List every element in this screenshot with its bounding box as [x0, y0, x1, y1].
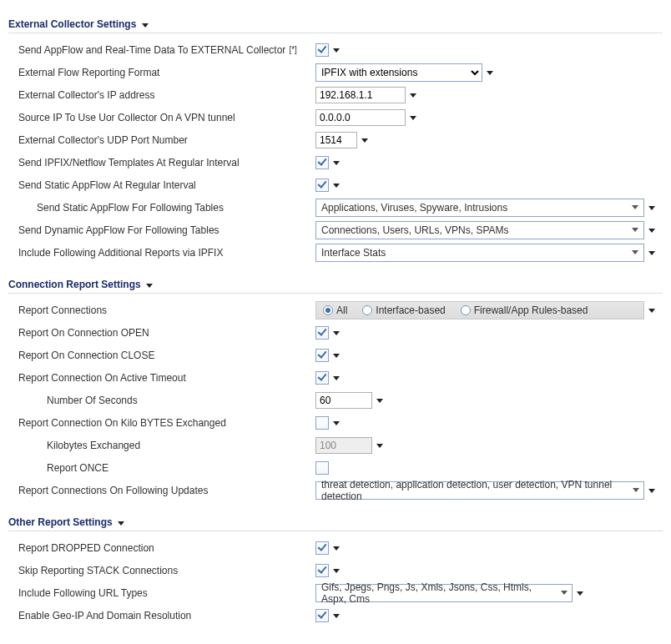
chevron-down-icon[interactable]	[146, 284, 153, 288]
radio-icon	[362, 305, 372, 315]
section-title: Other Report Settings	[8, 516, 113, 528]
chevron-down-icon[interactable]	[577, 591, 583, 596]
label-send-appflow: Send AppFlow and Real-Time Data To EXTER…	[8, 44, 315, 56]
chevron-down-icon[interactable]	[333, 376, 340, 380]
static-tables-select[interactable]: Applications, Viruses, Spyware, Intrusio…	[315, 199, 644, 217]
send-appflow-checkbox[interactable]	[315, 43, 329, 57]
label-flow-format: External Flow Reporting Format	[8, 67, 315, 78]
chevron-down-icon[interactable]	[333, 546, 340, 551]
chevron-down-icon[interactable]	[361, 138, 368, 143]
section-header-other: Other Report Settings	[8, 513, 663, 531]
label-send-templates: Send IPFIX/Netflow Templates At Regular …	[8, 157, 315, 169]
chevron-down-icon[interactable]	[648, 251, 655, 255]
section-header-external: External Collector Settings	[8, 15, 663, 33]
send-static-checkbox[interactable]	[315, 179, 329, 192]
chevron-down-icon	[628, 246, 642, 259]
label-send-static: Send Static AppFlow At Regular Interval	[8, 179, 315, 191]
chevron-down-icon[interactable]	[376, 444, 383, 448]
radio-icon	[323, 305, 333, 315]
section-header-connection: Connection Report Settings	[8, 275, 663, 294]
chevron-down-icon[interactable]	[648, 206, 655, 210]
label-report-once: Report ONCE	[8, 462, 315, 474]
note-indicator: [*]	[289, 45, 296, 54]
chevron-down-icon[interactable]	[648, 489, 655, 493]
label-udp-port: External Collector's UDP Port Number	[8, 134, 315, 146]
chevron-down-icon[interactable]	[648, 229, 655, 233]
label-source-ip: Source IP To Use Uor Collector On A VPN …	[8, 112, 315, 123]
kilo-checkbox[interactable]	[315, 416, 329, 430]
chevron-down-icon	[628, 201, 642, 214]
chevron-down-icon[interactable]	[410, 116, 416, 120]
send-templates-checkbox[interactable]	[315, 156, 329, 169]
label-kilo: Report Connection On Kilo BYTES Exchange…	[8, 417, 315, 429]
num-seconds-input[interactable]	[315, 392, 372, 409]
label-static-tables: Send Static AppFlow For Following Tables	[8, 202, 315, 214]
chevron-down-icon[interactable]	[333, 421, 340, 425]
chevron-down-icon[interactable]	[333, 331, 340, 335]
label-num-seconds: Number Of Seconds	[8, 395, 315, 406]
label-skip-stack: Skip Reporting STACK Connections	[8, 565, 315, 576]
radio-icon	[461, 305, 471, 315]
chevron-down-icon[interactable]	[333, 161, 340, 165]
chevron-down-icon[interactable]	[142, 23, 149, 28]
chevron-down-icon[interactable]	[118, 521, 124, 526]
chevron-down-icon[interactable]	[487, 71, 493, 75]
section-title: Connection Report Settings	[8, 279, 141, 290]
chevron-down-icon[interactable]	[376, 399, 383, 403]
radio-interface[interactable]: Interface-based	[362, 304, 445, 316]
chevron-down-icon	[628, 224, 642, 237]
close-checkbox[interactable]	[315, 349, 329, 362]
radio-all[interactable]: All	[323, 304, 347, 316]
label-close: Report On Connection CLOSE	[8, 350, 315, 361]
updates-select[interactable]: threat detection, application detection,…	[315, 481, 644, 500]
skip-stack-checkbox[interactable]	[315, 564, 329, 577]
label-dropped: Report DROPPED Connection	[8, 542, 315, 554]
chevron-down-icon[interactable]	[410, 93, 416, 98]
additional-reports-select[interactable]: Interface Stats	[315, 244, 644, 262]
report-once-checkbox[interactable]	[315, 461, 329, 475]
chevron-down-icon[interactable]	[648, 309, 655, 313]
dropped-checkbox[interactable]	[315, 541, 329, 555]
geo-ip-checkbox[interactable]	[315, 609, 329, 622]
dynamic-tables-select[interactable]: Connections, Users, URLs, VPNs, SPAMs	[315, 221, 644, 239]
section-title: External Collector Settings	[8, 18, 136, 30]
chevron-down-icon	[558, 586, 571, 600]
collector-ip-input[interactable]	[315, 87, 406, 103]
label-kilo-val: Kilobytes Exchanged	[8, 440, 315, 451]
chevron-down-icon[interactable]	[333, 184, 340, 188]
url-types-select[interactable]: Gifs, Jpegs, Pngs, Js, Xmls, Jsons, Css,…	[315, 584, 573, 602]
flow-format-select[interactable]: IPFIX with extensions	[315, 63, 482, 82]
label-updates: Report Connections On Following Updates	[8, 485, 315, 496]
source-ip-input[interactable]	[315, 109, 406, 126]
report-connections-radio-group: All Interface-based Firewall/App Rules-b…	[315, 301, 644, 319]
chevron-down-icon[interactable]	[333, 569, 340, 573]
chevron-down-icon[interactable]	[333, 354, 340, 358]
label-open: Report On Connection OPEN	[8, 327, 315, 339]
label-collector-ip: External Collector's IP address	[8, 89, 315, 101]
chevron-down-icon[interactable]	[333, 614, 340, 618]
open-checkbox[interactable]	[315, 326, 329, 340]
label-geo-ip: Enable Geo-IP And Domain Resolution	[8, 610, 315, 621]
label-url-types: Include Following URL Types	[8, 587, 315, 599]
radio-firewall[interactable]: Firewall/App Rules-based	[461, 304, 588, 316]
chevron-down-icon[interactable]	[333, 48, 340, 53]
udp-port-input[interactable]	[315, 132, 357, 148]
label-dynamic-tables: Send Dynamic AppFlow For Following Table…	[8, 224, 315, 236]
kilo-val-input	[315, 437, 372, 454]
label-additional: Include Following Additional Reports via…	[8, 247, 315, 259]
label-report-connections: Report Connections	[8, 304, 315, 316]
active-timeout-checkbox[interactable]	[315, 371, 329, 385]
label-active-timeout: Report Connection On Active Timeout	[8, 372, 315, 384]
chevron-down-icon	[629, 484, 642, 497]
